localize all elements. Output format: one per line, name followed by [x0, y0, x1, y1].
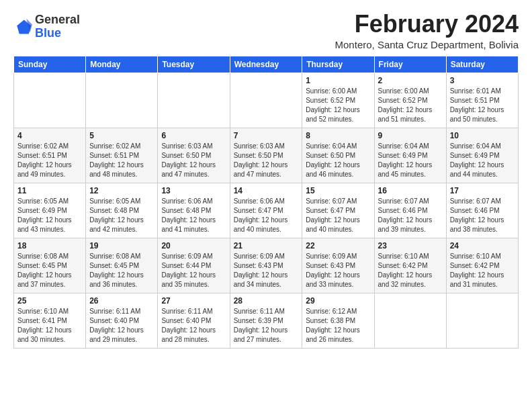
calendar-table: Sunday Monday Tuesday Wednesday Thursday… [13, 56, 519, 349]
table-cell: 24Sunrise: 6:10 AM Sunset: 6:42 PM Dayli… [446, 238, 518, 293]
day-info: Sunrise: 6:10 AM Sunset: 6:42 PM Dayligh… [378, 252, 443, 289]
day-info: Sunrise: 6:07 AM Sunset: 6:46 PM Dayligh… [450, 197, 515, 234]
table-cell [374, 293, 446, 348]
month-title: February 2024 [335, 11, 519, 38]
day-number: 5 [89, 131, 154, 140]
day-info: Sunrise: 6:00 AM Sunset: 6:52 PM Dayligh… [378, 87, 443, 124]
day-info: Sunrise: 6:05 AM Sunset: 6:48 PM Dayligh… [89, 197, 154, 234]
day-info: Sunrise: 6:04 AM Sunset: 6:50 PM Dayligh… [306, 142, 370, 179]
title-block: February 2024 Montero, Santa Cruz Depart… [335, 11, 519, 50]
table-cell: 11Sunrise: 6:05 AM Sunset: 6:49 PM Dayli… [14, 183, 86, 238]
day-info: Sunrise: 6:01 AM Sunset: 6:51 PM Dayligh… [450, 87, 515, 124]
day-number: 24 [450, 241, 515, 250]
table-cell: 17Sunrise: 6:07 AM Sunset: 6:46 PM Dayli… [446, 183, 518, 238]
header-wednesday: Wednesday [230, 56, 302, 73]
logo: General Blue [13, 13, 80, 40]
table-cell [446, 293, 518, 348]
day-number: 6 [161, 131, 226, 140]
day-info: Sunrise: 6:08 AM Sunset: 6:45 PM Dayligh… [89, 252, 154, 289]
day-info: Sunrise: 6:12 AM Sunset: 6:38 PM Dayligh… [306, 307, 370, 345]
table-cell: 28Sunrise: 6:11 AM Sunset: 6:39 PM Dayli… [230, 293, 302, 348]
table-cell: 14Sunrise: 6:06 AM Sunset: 6:47 PM Dayli… [230, 183, 302, 238]
table-cell: 20Sunrise: 6:09 AM Sunset: 6:44 PM Dayli… [158, 238, 230, 293]
table-cell: 1Sunrise: 6:00 AM Sunset: 6:52 PM Daylig… [302, 73, 374, 128]
week-row-5: 25Sunrise: 6:10 AM Sunset: 6:41 PM Dayli… [14, 293, 519, 348]
logo-icon [13, 17, 32, 36]
day-number: 26 [89, 296, 154, 306]
table-cell: 25Sunrise: 6:10 AM Sunset: 6:41 PM Dayli… [14, 293, 86, 348]
table-cell: 19Sunrise: 6:08 AM Sunset: 6:45 PM Dayli… [86, 238, 158, 293]
table-cell [158, 73, 230, 128]
page-container: General Blue February 2024 Montero, Sant… [0, 0, 532, 355]
header-sunday: Sunday [14, 56, 86, 73]
table-cell: 16Sunrise: 6:07 AM Sunset: 6:46 PM Dayli… [374, 183, 446, 238]
table-cell: 21Sunrise: 6:09 AM Sunset: 6:43 PM Dayli… [230, 238, 302, 293]
table-cell: 6Sunrise: 6:03 AM Sunset: 6:50 PM Daylig… [158, 128, 230, 183]
day-number: 29 [306, 296, 370, 306]
day-info: Sunrise: 6:04 AM Sunset: 6:49 PM Dayligh… [450, 142, 515, 179]
logo-line1: General [35, 13, 80, 27]
day-number: 3 [450, 76, 515, 85]
day-number: 23 [378, 241, 443, 250]
table-cell [230, 73, 302, 128]
day-number: 13 [161, 186, 226, 195]
day-number: 14 [234, 186, 299, 195]
table-cell: 13Sunrise: 6:06 AM Sunset: 6:48 PM Dayli… [158, 183, 230, 238]
day-number: 7 [234, 131, 299, 140]
table-cell: 18Sunrise: 6:08 AM Sunset: 6:45 PM Dayli… [14, 238, 86, 293]
day-info: Sunrise: 6:03 AM Sunset: 6:50 PM Dayligh… [234, 142, 299, 179]
day-number: 12 [89, 186, 154, 195]
logo-line2: Blue [35, 27, 80, 40]
day-number: 22 [306, 241, 370, 250]
table-cell: 4Sunrise: 6:02 AM Sunset: 6:51 PM Daylig… [14, 128, 86, 183]
day-number: 2 [378, 76, 443, 85]
header-row: General Blue February 2024 Montero, Sant… [13, 11, 519, 50]
day-number: 21 [234, 241, 299, 250]
table-cell: 7Sunrise: 6:03 AM Sunset: 6:50 PM Daylig… [230, 128, 302, 183]
day-number: 8 [306, 131, 370, 140]
header-thursday: Thursday [302, 56, 374, 73]
day-info: Sunrise: 6:11 AM Sunset: 6:39 PM Dayligh… [234, 307, 299, 345]
day-number: 20 [161, 241, 226, 250]
week-row-3: 11Sunrise: 6:05 AM Sunset: 6:49 PM Dayli… [14, 183, 519, 238]
day-info: Sunrise: 6:03 AM Sunset: 6:50 PM Dayligh… [161, 142, 226, 179]
table-cell: 9Sunrise: 6:04 AM Sunset: 6:49 PM Daylig… [374, 128, 446, 183]
day-info: Sunrise: 6:09 AM Sunset: 6:43 PM Dayligh… [234, 252, 299, 289]
table-cell: 26Sunrise: 6:11 AM Sunset: 6:40 PM Dayli… [86, 293, 158, 348]
day-info: Sunrise: 6:02 AM Sunset: 6:51 PM Dayligh… [89, 142, 154, 179]
table-cell: 2Sunrise: 6:00 AM Sunset: 6:52 PM Daylig… [374, 73, 446, 128]
day-number: 9 [378, 131, 443, 140]
table-cell: 3Sunrise: 6:01 AM Sunset: 6:51 PM Daylig… [446, 73, 518, 128]
day-number: 15 [306, 186, 370, 195]
table-cell: 29Sunrise: 6:12 AM Sunset: 6:38 PM Dayli… [302, 293, 374, 348]
table-cell: 5Sunrise: 6:02 AM Sunset: 6:51 PM Daylig… [86, 128, 158, 183]
week-row-1: 1Sunrise: 6:00 AM Sunset: 6:52 PM Daylig… [14, 73, 519, 128]
day-info: Sunrise: 6:11 AM Sunset: 6:40 PM Dayligh… [89, 307, 154, 345]
day-info: Sunrise: 6:02 AM Sunset: 6:51 PM Dayligh… [17, 142, 82, 179]
day-info: Sunrise: 6:06 AM Sunset: 6:47 PM Dayligh… [234, 197, 299, 234]
weekday-header-row: Sunday Monday Tuesday Wednesday Thursday… [14, 56, 519, 73]
day-number: 10 [450, 131, 515, 140]
day-number: 17 [450, 186, 515, 195]
day-info: Sunrise: 6:00 AM Sunset: 6:52 PM Dayligh… [306, 87, 370, 124]
day-number: 19 [89, 241, 154, 250]
day-info: Sunrise: 6:08 AM Sunset: 6:45 PM Dayligh… [17, 252, 82, 289]
table-cell: 15Sunrise: 6:07 AM Sunset: 6:47 PM Dayli… [302, 183, 374, 238]
table-cell: 27Sunrise: 6:11 AM Sunset: 6:40 PM Dayli… [158, 293, 230, 348]
day-info: Sunrise: 6:09 AM Sunset: 6:44 PM Dayligh… [161, 252, 226, 289]
calendar-body: 1Sunrise: 6:00 AM Sunset: 6:52 PM Daylig… [14, 73, 519, 348]
day-number: 11 [17, 186, 82, 195]
day-number: 1 [306, 76, 370, 85]
day-number: 18 [17, 241, 82, 250]
location-subtitle: Montero, Santa Cruz Department, Bolivia [335, 39, 519, 50]
table-cell: 10Sunrise: 6:04 AM Sunset: 6:49 PM Dayli… [446, 128, 518, 183]
week-row-4: 18Sunrise: 6:08 AM Sunset: 6:45 PM Dayli… [14, 238, 519, 293]
day-info: Sunrise: 6:06 AM Sunset: 6:48 PM Dayligh… [161, 197, 226, 234]
day-info: Sunrise: 6:10 AM Sunset: 6:42 PM Dayligh… [450, 252, 515, 289]
day-info: Sunrise: 6:07 AM Sunset: 6:47 PM Dayligh… [306, 197, 370, 234]
header-saturday: Saturday [446, 56, 518, 73]
header-friday: Friday [374, 56, 446, 73]
day-number: 25 [17, 296, 82, 306]
day-number: 27 [161, 296, 226, 306]
table-cell [86, 73, 158, 128]
